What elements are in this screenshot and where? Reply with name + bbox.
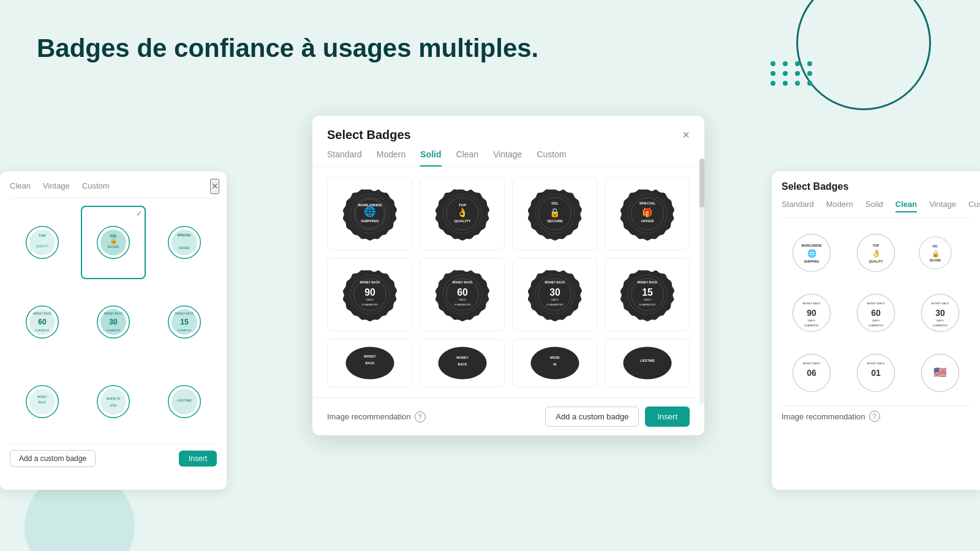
scrollbar-thumb[interactable]	[699, 159, 704, 208]
svg-text:QUALITY: QUALITY	[454, 219, 470, 223]
modal-badge-grid-row2: MONEY BACK 90 DAYS GUARANTEE MONEY BACK …	[327, 258, 690, 331]
svg-text:SSL: SSL	[551, 201, 559, 205]
svg-text:GUARANTEE: GUARANTEE	[546, 303, 563, 306]
svg-text:🔒: 🔒	[549, 207, 560, 218]
svg-text:MONEY: MONEY	[456, 356, 469, 359]
svg-text:GUARANTEE: GUARANTEE	[639, 303, 655, 306]
info-icon[interactable]: ?	[415, 411, 426, 422]
modal-tab-modern[interactable]: Modern	[377, 149, 405, 167]
image-recommendation: Image recommendation ?	[327, 411, 426, 422]
svg-text:🎁: 🎁	[642, 207, 653, 218]
svg-text:TOP: TOP	[458, 203, 466, 207]
svg-text:MONEY BACK: MONEY BACK	[360, 281, 380, 284]
insert-button[interactable]: Insert	[645, 407, 690, 427]
badge-top-quality[interactable]: TOP QUALITY 👌	[420, 177, 505, 250]
svg-text:BACK: BACK	[365, 361, 374, 365]
svg-text:OFFER: OFFER	[641, 219, 654, 223]
svg-text:👌: 👌	[457, 207, 468, 218]
modal-scrollbar[interactable]	[699, 152, 704, 399]
svg-text:🌐: 🌐	[364, 206, 376, 217]
modal-tabs: Standard Modern Solid Clean Vintage Cust…	[312, 142, 704, 167]
badge-lifetime-partial[interactable]: LIFETIME	[605, 339, 690, 388]
svg-text:SPECIAL: SPECIAL	[639, 201, 655, 205]
svg-text:MONEY BACK: MONEY BACK	[637, 281, 657, 284]
badge-ssl-secure[interactable]: SSL SECURE 🔒	[512, 177, 597, 250]
svg-text:SHIPPING: SHIPPING	[361, 219, 379, 223]
svg-text:MADE: MADE	[550, 356, 560, 359]
svg-text:BACK: BACK	[458, 362, 467, 366]
badge-mb-60[interactable]: MONEY BACK 60 DAYS GUARANTEE	[420, 258, 505, 331]
modal-footer-actions: Add a custom badge Insert	[545, 407, 690, 427]
svg-text:IN: IN	[553, 362, 556, 366]
badge-mb-90[interactable]: MONEY BACK 90 DAYS GUARANTEE	[327, 258, 412, 331]
svg-text:60: 60	[457, 287, 468, 298]
add-custom-badge-button[interactable]: Add a custom badge	[545, 407, 639, 427]
modal-footer: Image recommendation ? Add a custom badg…	[312, 397, 704, 435]
modal-tab-standard[interactable]: Standard	[327, 149, 362, 167]
modal-tab-vintage[interactable]: Vintage	[493, 149, 522, 167]
svg-text:GUARANTEE: GUARANTEE	[361, 303, 378, 306]
badge-special-offer[interactable]: SPECIAL OFFER 🎁	[605, 177, 690, 250]
modal-close-button[interactable]: ×	[682, 128, 690, 142]
badge-worldwide-shipping[interactable]: WORLDWIDE SHIPPING 🌐	[327, 177, 412, 250]
modal-body: WORLDWIDE SHIPPING 🌐 TOP QUALITY 👌	[312, 167, 704, 397]
svg-text:MONEY BACK: MONEY BACK	[452, 281, 472, 284]
svg-text:SECURE: SECURE	[547, 219, 563, 223]
select-badges-modal: Select Badges × Standard Modern Solid Cl…	[312, 116, 704, 435]
svg-text:DAYS: DAYS	[551, 298, 559, 301]
svg-text:GUARANTEE: GUARANTEE	[454, 303, 470, 306]
svg-rect-93	[623, 347, 671, 380]
badge-mb-partial-2[interactable]: MONEY BACK	[420, 339, 505, 388]
badge-mb-partial-1[interactable]: MONEY BACK	[327, 339, 412, 388]
svg-text:DAYS: DAYS	[459, 298, 466, 301]
svg-text:LIFETIME: LIFETIME	[640, 359, 655, 362]
svg-text:MONEY BACK: MONEY BACK	[545, 281, 565, 284]
modal-badge-grid-row3: MONEY BACK MONEY BACK MADE IN	[327, 339, 690, 388]
svg-text:15: 15	[642, 287, 653, 298]
modal-overlay: Select Badges × Standard Modern Solid Cl…	[0, 0, 980, 551]
image-rec-label: Image recommendation	[327, 412, 411, 421]
modal-title: Select Badges	[327, 128, 411, 142]
modal-header: Select Badges ×	[312, 116, 704, 142]
badge-mb-30[interactable]: MONEY BACK 30 DAYS GUARANTEE	[512, 258, 597, 331]
badge-mb-15[interactable]: MONEY BACK 15 DAYS GUARANTEE	[605, 258, 690, 331]
svg-text:DAYS: DAYS	[644, 298, 651, 301]
badge-made-in-partial[interactable]: MADE IN	[512, 339, 597, 388]
modal-tab-custom[interactable]: Custom	[537, 149, 566, 167]
svg-text:MONEY: MONEY	[364, 354, 376, 358]
svg-text:90: 90	[364, 287, 375, 298]
modal-tab-clean[interactable]: Clean	[456, 149, 479, 167]
svg-text:DAYS: DAYS	[366, 298, 374, 301]
svg-text:30: 30	[549, 287, 560, 298]
modal-badge-grid-row1: WORLDWIDE SHIPPING 🌐 TOP QUALITY 👌	[327, 177, 690, 250]
modal-tab-solid[interactable]: Solid	[420, 149, 441, 167]
